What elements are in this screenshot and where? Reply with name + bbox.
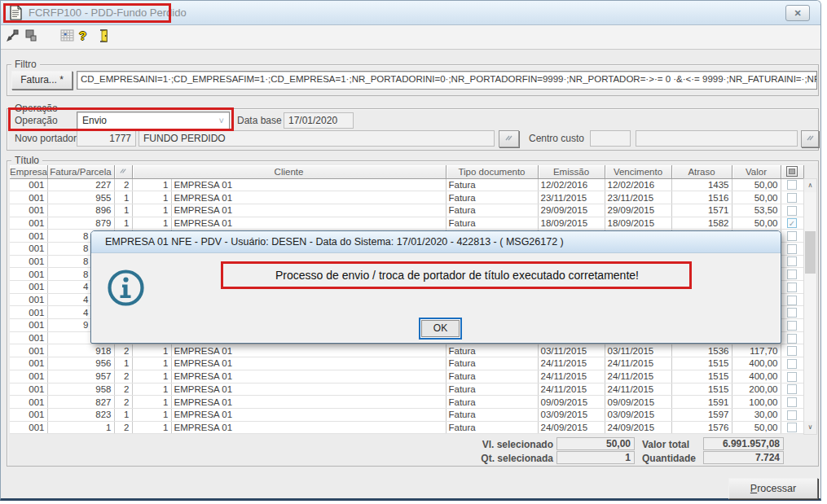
row-checkbox[interactable] xyxy=(787,321,797,331)
windows-icon[interactable] xyxy=(24,28,38,43)
cell-parcela: 1 xyxy=(114,217,132,230)
operacao-label: Operação xyxy=(15,115,58,126)
table-row[interactable]: 00195821EMPRESA 01Fatura24/11/201524/11/… xyxy=(10,383,803,396)
table-scrollbar[interactable]: ∧ ∨ xyxy=(803,178,817,435)
header-tipo-documento[interactable]: Tipo documento xyxy=(446,165,538,178)
row-checkbox[interactable] xyxy=(787,423,797,432)
cell-cod: 1 xyxy=(132,357,171,370)
table-row[interactable]: 00189611EMPRESA 01Fatura29/09/201529/09/… xyxy=(10,204,803,217)
novo-portador-nome-field[interactable]: FUNDO PERDIDO xyxy=(139,130,495,147)
centro-custo-label: Centro custo xyxy=(529,133,584,144)
cell-empresa: 001 xyxy=(10,268,47,281)
table-row[interactable]: 00122721EMPRESA 01Fatura12/02/201612/02/… xyxy=(10,178,803,191)
row-checkbox[interactable] xyxy=(787,296,797,305)
novo-portador-codigo-field[interactable]: 1777 xyxy=(77,130,136,147)
header-empresa[interactable]: Empresa xyxy=(10,165,47,178)
cell-empresa: 001 xyxy=(10,293,47,306)
header-fatura-parcela[interactable]: Fatura/Parcela xyxy=(47,165,114,178)
table-row[interactable]: 00187911EMPRESA 01Fatura18/09/201518/09/… xyxy=(10,217,803,230)
header-cliente[interactable]: Cliente xyxy=(132,165,446,178)
run-icon[interactable] xyxy=(5,28,20,43)
cell-cod: 1 xyxy=(132,344,171,357)
table-header-row: Empresa Fatura/Parcela Cliente Tipo docu… xyxy=(10,165,803,178)
exit-door-icon[interactable] xyxy=(97,28,112,43)
grid-icon[interactable] xyxy=(60,28,75,43)
table-row[interactable]: 00195721EMPRESA 01Fatura24/11/201524/11/… xyxy=(10,370,803,383)
cell-tipo: Fatura xyxy=(446,408,538,421)
cell-empresa: 001 xyxy=(10,370,47,383)
row-checkbox[interactable] xyxy=(787,410,797,420)
toolbar: ? xyxy=(1,25,820,50)
row-checkbox[interactable] xyxy=(787,346,797,356)
data-base-field[interactable]: 17/01/2020 xyxy=(284,112,354,129)
row-checkbox[interactable] xyxy=(787,334,797,344)
header-atraso[interactable]: Atraso xyxy=(671,165,732,178)
row-checkbox[interactable] xyxy=(787,244,797,254)
row-checkbox[interactable] xyxy=(787,180,797,190)
row-checkbox[interactable] xyxy=(787,308,797,318)
cell-empresa: 001 xyxy=(10,191,47,204)
table-row[interactable]: 00195511EMPRESA 01Fatura23/11/201523/11/… xyxy=(10,191,803,204)
row-checkbox[interactable] xyxy=(787,231,797,241)
cell-tipo: Fatura xyxy=(446,178,538,191)
row-checkbox[interactable] xyxy=(787,359,797,369)
close-icon[interactable]: ✕ xyxy=(785,5,810,21)
cell-fatura: 827 xyxy=(47,396,114,409)
scroll-up-icon[interactable]: ∧ xyxy=(804,179,816,192)
cell-tipo: Fatura xyxy=(446,370,538,383)
centro-custo-lookup-button[interactable] xyxy=(801,130,819,147)
row-checkbox[interactable] xyxy=(787,193,797,203)
fatura-button[interactable]: Fatura... * xyxy=(11,71,73,90)
cell-empresa: 001 xyxy=(10,255,47,268)
filter-input[interactable]: CD_EMPRESAINI=1·;CD_EMPRESAFIM=1·;CD_EMP… xyxy=(77,71,817,90)
cell-cliente: EMPRESA 01 xyxy=(171,357,446,370)
cell-checkbox xyxy=(781,242,803,255)
row-checkbox[interactable] xyxy=(787,206,797,216)
header-emissao[interactable]: Emissão xyxy=(538,165,605,178)
novo-portador-lookup-button[interactable] xyxy=(499,130,519,147)
header-vencimento[interactable]: Vencimento xyxy=(605,165,671,178)
cell-tipo: Fatura xyxy=(446,204,538,217)
header-diagonal-icon[interactable] xyxy=(114,165,132,178)
cell-cliente: EMPRESA 01 xyxy=(171,370,446,383)
table-row[interactable]: 00195611EMPRESA 01Fatura24/11/201524/11/… xyxy=(10,357,803,370)
cell-vencimento: 12/02/2016 xyxy=(605,178,671,191)
processar-button[interactable]: Processar xyxy=(728,478,818,499)
row-checkbox[interactable]: ✓ xyxy=(787,218,797,228)
chevron-down-icon[interactable]: ˅ xyxy=(219,116,224,125)
scroll-down-icon[interactable]: ∨ xyxy=(804,421,816,434)
cell-empresa: 001 xyxy=(10,383,47,396)
centro-custo-nome-field[interactable] xyxy=(636,130,798,147)
row-checkbox[interactable] xyxy=(787,256,797,266)
select-all-checkbox-icon[interactable] xyxy=(781,165,803,178)
cell-cliente: EMPRESA 01 xyxy=(171,204,446,217)
cell-tipo: Fatura xyxy=(446,396,538,409)
row-checkbox[interactable] xyxy=(787,372,797,382)
cell-parcela: 2 xyxy=(114,344,132,357)
cell-empresa: 001 xyxy=(10,408,47,421)
cell-vencimento: 24/09/2015 xyxy=(605,421,671,434)
header-valor[interactable]: Valor xyxy=(732,165,781,178)
help-icon[interactable]: ? xyxy=(79,28,94,43)
operacao-select[interactable]: Envio ˅ xyxy=(77,112,230,129)
row-checkbox[interactable] xyxy=(787,384,797,394)
row-checkbox[interactable] xyxy=(787,397,797,407)
filtro-legend: Filtro xyxy=(11,59,40,70)
cell-parcela: 1 xyxy=(114,204,132,217)
table-row[interactable]: 00182311EMPRESA 01Fatura03/09/201503/09/… xyxy=(10,408,803,421)
row-checkbox[interactable] xyxy=(787,283,797,292)
table-row[interactable]: 001121EMPRESA 01Fatura24/09/201524/09/20… xyxy=(10,421,803,434)
cell-checkbox xyxy=(781,331,803,344)
table-row[interactable]: 00182721EMPRESA 01Fatura09/09/201509/09/… xyxy=(10,396,803,409)
scrollbar-thumb[interactable] xyxy=(805,231,816,274)
centro-custo-codigo-field[interactable] xyxy=(590,130,631,147)
cell-fatura: 896 xyxy=(47,204,114,217)
ok-button[interactable]: OK xyxy=(421,320,460,337)
valor-total-value: 6.991.957,08 xyxy=(703,437,784,450)
cell-emissao: 03/11/2015 xyxy=(538,344,605,357)
cell-atraso: 1515 xyxy=(671,383,732,396)
table-row[interactable]: 00191821EMPRESA 01Fatura03/11/201503/11/… xyxy=(10,344,803,357)
cell-checkbox xyxy=(781,204,803,217)
row-checkbox[interactable] xyxy=(787,270,797,279)
valor-total-label: Valor total xyxy=(642,439,689,450)
